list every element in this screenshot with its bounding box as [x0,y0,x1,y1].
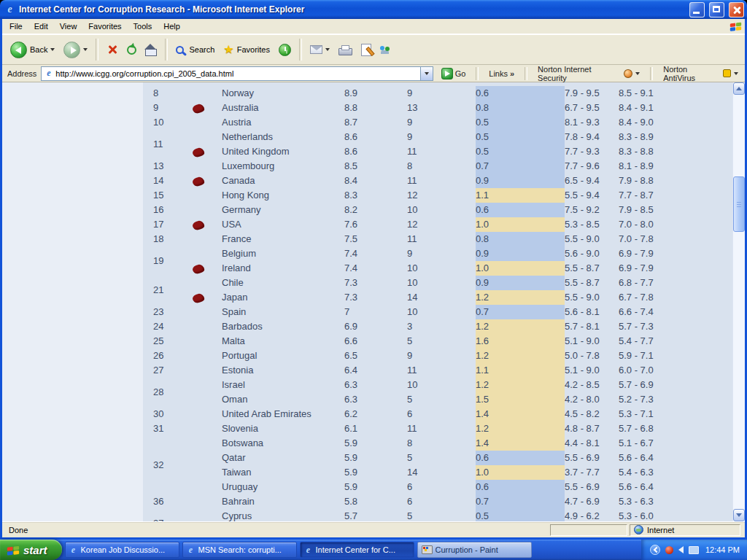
surveys-cell: 5 [407,334,476,349]
history-button[interactable] [275,42,295,58]
taskbar-task-paint[interactable]: Curruption - Paint [417,542,532,558]
go-icon [441,68,453,79]
links-button[interactable]: Links » [485,67,518,80]
ci-cell: 5.6 - 6.4 [619,480,686,494]
scrollbar-track[interactable] [733,95,745,509]
favorites-star-icon: ★ [223,44,233,55]
go-button[interactable]: Go [438,66,470,82]
menu-item-edit[interactable]: Edit [28,20,54,33]
hide-tray-icons-chevron[interactable] [650,545,660,555]
volume-tray-icon[interactable] [678,546,684,553]
score-cell: 6.5 [344,349,407,363]
minimize-button[interactable] [689,2,705,18]
scroll-down-button[interactable] [733,509,745,521]
country-cell: Oman [222,392,344,407]
range-cell: 7.7 - 9.3 [565,144,619,159]
flag-cell [193,261,222,276]
range-cell: 5.5 - 9.0 [565,290,619,305]
start-button[interactable]: start [0,540,62,560]
cpi-table: 8Norway8.990.67.9 - 9.58.5 - 9.19Austral… [153,86,686,521]
surveys-cell: 12 [407,217,476,232]
paint-task-icon [422,545,433,554]
range-cell: 5.5 - 9.0 [565,232,619,246]
refresh-button[interactable] [123,43,140,57]
range-cell: 5.6 - 8.1 [565,305,619,319]
taskbar-task-korean-job[interactable]: e Korean Job Discussio... [65,542,179,558]
back-button[interactable]: Back [7,39,58,61]
range-cell: 6.5 - 9.4 [565,174,619,188]
flag-cell [193,436,222,451]
score-cell: 6.2 [344,407,407,421]
taskbar-task-msn-search[interactable]: e MSN Search: corrupti... [182,542,297,558]
favorites-button[interactable]: ★ Favorites [220,42,274,57]
ci-cell: 8.3 - 8.8 [619,144,686,159]
rank-cell: 26 [153,349,193,363]
menu-item-favorites[interactable]: Favorites [82,20,127,33]
stddev-cell: 1.6 [476,334,565,349]
print-button[interactable] [335,42,356,58]
toolbar-separator [299,39,302,61]
score-cell: 5.8 [344,494,407,509]
surveys-cell: 14 [407,290,476,305]
address-input[interactable] [55,68,417,79]
stddev-cell: 1.1 [476,188,565,203]
ie-window-icon[interactable]: e [4,4,15,15]
ci-cell: 7.0 - 7.8 [619,232,686,246]
rank-cell: 17 [153,217,193,232]
menu-item-view[interactable]: View [54,20,83,33]
flag-cell [193,451,222,465]
flag-cell [193,203,222,217]
rank-cell: 19 [153,246,193,276]
ci-cell: 5.3 - 6.0 [619,509,686,521]
taskbar-task-internet-center[interactable]: e Internet Center for C... [300,542,414,558]
table-row: 17USA7.6121.05.3 - 8.57.0 - 8.0 [153,217,686,232]
minimize-icon [693,12,700,14]
home-button[interactable] [142,42,160,58]
network-tray-icon[interactable] [689,546,699,554]
stddev-cell: 1.2 [476,290,565,305]
stop-button[interactable] [103,42,122,58]
country-cell: Ireland [222,261,344,276]
ci-cell: 7.0 - 8.0 [619,217,686,232]
scrollbar-thumb[interactable] [733,176,745,232]
search-button[interactable]: Search [172,43,218,56]
address-input-wrap: e [41,66,433,81]
flag-cell [193,86,222,101]
score-cell: 6.6 [344,334,407,349]
range-cell: 5.3 - 8.5 [565,217,619,232]
range-cell: 4.2 - 8.5 [565,378,619,392]
ci-cell: 5.9 - 7.1 [619,349,686,363]
edit-button[interactable] [357,42,375,58]
mail-button[interactable] [306,43,333,56]
table-row: 25Malta6.651.65.1 - 9.05.4 - 7.7 [153,334,686,349]
country-cell: Spain [222,305,344,319]
messenger-icon [380,46,384,50]
messenger-button[interactable] [376,47,394,52]
forward-button[interactable] [60,39,91,61]
surveys-cell: 6 [407,494,476,509]
mail-icon [310,45,322,54]
rank-cell: 27 [153,363,193,378]
menu-item-help[interactable]: Help [158,20,186,33]
close-button[interactable] [729,2,744,18]
flag-cell [193,334,222,349]
surveys-cell: 10 [407,378,476,392]
range-cell: 8.1 - 9.3 [565,115,619,130]
norton-internet-security-button[interactable]: Norton Internet Security [534,63,643,85]
menu-item-file[interactable]: File [4,20,28,33]
surveys-cell: 6 [407,407,476,421]
menu-item-tools[interactable]: Tools [128,20,158,33]
score-cell: 8.2 [344,203,407,217]
address-dropdown-button[interactable] [420,67,433,80]
surveys-cell: 9 [407,349,476,363]
ci-cell: 6.6 - 7.4 [619,305,686,319]
score-cell: 6.4 [344,363,407,378]
antivirus-tray-icon[interactable] [665,546,673,554]
maximize-button[interactable] [709,2,724,18]
rank-cell: 24 [153,319,193,334]
norton-antivirus-button[interactable]: Norton AntiVirus [659,63,742,85]
flag-cell [193,115,222,130]
scroll-up-button[interactable] [733,82,745,95]
country-cell: France [222,232,344,246]
vertical-scrollbar[interactable] [732,82,745,521]
